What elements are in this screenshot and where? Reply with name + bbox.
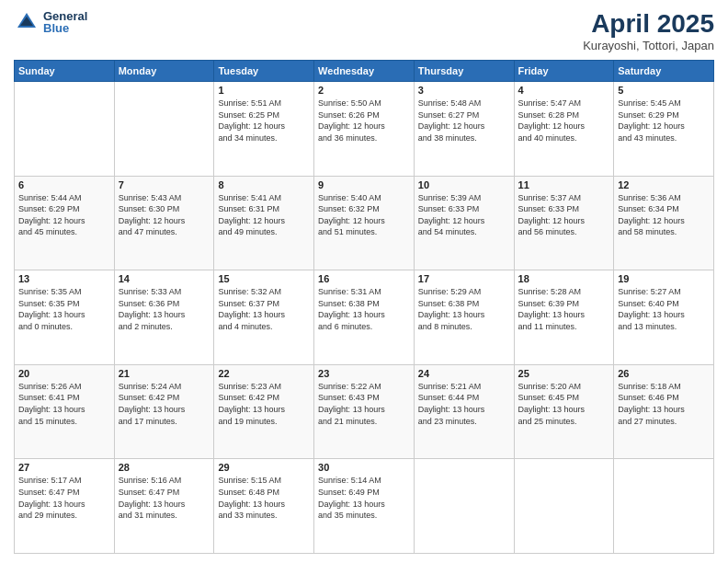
day-number: 14: [119, 273, 210, 284]
day-number: 19: [618, 273, 710, 284]
calendar-week-row: 6Sunrise: 5:44 AM Sunset: 6:29 PM Daylig…: [15, 176, 714, 270]
calendar-day-cell: [114, 82, 214, 177]
calendar-day-cell: 6Sunrise: 5:44 AM Sunset: 6:29 PM Daylig…: [15, 176, 115, 270]
day-number: 17: [418, 273, 510, 284]
calendar-day-cell: 7Sunrise: 5:43 AM Sunset: 6:30 PM Daylig…: [114, 176, 214, 270]
day-number: 28: [119, 462, 210, 473]
day-info: Sunrise: 5:35 AM Sunset: 6:35 PM Dayligh…: [18, 286, 110, 332]
calendar-day-cell: 2Sunrise: 5:50 AM Sunset: 6:26 PM Daylig…: [314, 82, 415, 177]
day-number: 2: [318, 85, 410, 96]
logo-text: General Blue: [43, 10, 87, 34]
day-info: Sunrise: 5:22 AM Sunset: 6:43 PM Dayligh…: [318, 381, 410, 427]
day-number: 29: [218, 462, 310, 473]
day-info: Sunrise: 5:45 AM Sunset: 6:29 PM Dayligh…: [618, 98, 710, 144]
calendar-day-cell: 4Sunrise: 5:47 AM Sunset: 6:28 PM Daylig…: [514, 82, 614, 177]
main-title: April 2025: [583, 9, 714, 39]
calendar-day-cell: 9Sunrise: 5:40 AM Sunset: 6:32 PM Daylig…: [314, 176, 415, 270]
calendar-table: SundayMondayTuesdayWednesdayThursdayFrid…: [14, 60, 714, 554]
day-number: 18: [518, 273, 610, 284]
day-info: Sunrise: 5:18 AM Sunset: 6:46 PM Dayligh…: [618, 381, 710, 427]
day-info: Sunrise: 5:29 AM Sunset: 6:38 PM Dayligh…: [418, 286, 510, 332]
calendar-day-cell: 18Sunrise: 5:28 AM Sunset: 6:39 PM Dayli…: [514, 270, 614, 365]
calendar-day-cell: 24Sunrise: 5:21 AM Sunset: 6:44 PM Dayli…: [414, 364, 514, 459]
day-info: Sunrise: 5:16 AM Sunset: 6:47 PM Dayligh…: [119, 475, 210, 521]
calendar-day-cell: 21Sunrise: 5:24 AM Sunset: 6:42 PM Dayli…: [114, 364, 214, 459]
day-number: 26: [618, 368, 710, 379]
day-number: 21: [119, 368, 210, 379]
calendar-day-cell: 5Sunrise: 5:45 AM Sunset: 6:29 PM Daylig…: [614, 82, 714, 177]
calendar-day-cell: 15Sunrise: 5:32 AM Sunset: 6:37 PM Dayli…: [214, 270, 314, 365]
calendar-header-row: SundayMondayTuesdayWednesdayThursdayFrid…: [15, 61, 714, 82]
calendar-day-cell: 30Sunrise: 5:14 AM Sunset: 6:49 PM Dayli…: [314, 459, 415, 554]
day-number: 10: [418, 179, 510, 190]
calendar-day-cell: 20Sunrise: 5:26 AM Sunset: 6:41 PM Dayli…: [15, 364, 115, 459]
day-number: 15: [218, 273, 310, 284]
header: General Blue April 2025 Kurayoshi, Totto…: [14, 9, 714, 52]
day-number: 13: [18, 273, 110, 284]
calendar-header-cell: Sunday: [15, 61, 115, 82]
day-info: Sunrise: 5:15 AM Sunset: 6:48 PM Dayligh…: [218, 475, 310, 521]
day-info: Sunrise: 5:23 AM Sunset: 6:42 PM Dayligh…: [218, 381, 310, 427]
calendar-week-row: 27Sunrise: 5:17 AM Sunset: 6:47 PM Dayli…: [15, 459, 714, 554]
day-number: 20: [18, 368, 110, 379]
day-info: Sunrise: 5:26 AM Sunset: 6:41 PM Dayligh…: [18, 381, 110, 427]
calendar-week-row: 20Sunrise: 5:26 AM Sunset: 6:41 PM Dayli…: [15, 364, 714, 459]
calendar-day-cell: 14Sunrise: 5:33 AM Sunset: 6:36 PM Dayli…: [114, 270, 214, 365]
calendar-day-cell: 28Sunrise: 5:16 AM Sunset: 6:47 PM Dayli…: [114, 459, 214, 554]
calendar-header-cell: Monday: [114, 61, 214, 82]
day-number: 23: [318, 368, 410, 379]
calendar-day-cell: 16Sunrise: 5:31 AM Sunset: 6:38 PM Dayli…: [314, 270, 415, 365]
calendar-week-row: 13Sunrise: 5:35 AM Sunset: 6:35 PM Dayli…: [15, 270, 714, 365]
calendar-week-row: 1Sunrise: 5:51 AM Sunset: 6:25 PM Daylig…: [15, 82, 714, 177]
day-info: Sunrise: 5:14 AM Sunset: 6:49 PM Dayligh…: [318, 475, 410, 521]
day-info: Sunrise: 5:44 AM Sunset: 6:29 PM Dayligh…: [18, 192, 110, 238]
day-info: Sunrise: 5:36 AM Sunset: 6:34 PM Dayligh…: [618, 192, 710, 238]
day-info: Sunrise: 5:32 AM Sunset: 6:37 PM Dayligh…: [218, 286, 310, 332]
day-info: Sunrise: 5:28 AM Sunset: 6:39 PM Dayligh…: [518, 286, 610, 332]
calendar-day-cell: 8Sunrise: 5:41 AM Sunset: 6:31 PM Daylig…: [214, 176, 314, 270]
title-block: April 2025 Kurayoshi, Tottori, Japan: [583, 9, 714, 52]
calendar-day-cell: 1Sunrise: 5:51 AM Sunset: 6:25 PM Daylig…: [214, 82, 314, 177]
calendar-day-cell: 11Sunrise: 5:37 AM Sunset: 6:33 PM Dayli…: [514, 176, 614, 270]
calendar-day-cell: [15, 82, 115, 177]
day-number: 24: [418, 368, 510, 379]
calendar-day-cell: 29Sunrise: 5:15 AM Sunset: 6:48 PM Dayli…: [214, 459, 314, 554]
day-info: Sunrise: 5:50 AM Sunset: 6:26 PM Dayligh…: [318, 98, 410, 144]
logo: General Blue: [14, 9, 87, 35]
subtitle: Kurayoshi, Tottori, Japan: [583, 39, 714, 52]
day-number: 30: [318, 462, 410, 473]
calendar-day-cell: 12Sunrise: 5:36 AM Sunset: 6:34 PM Dayli…: [614, 176, 714, 270]
day-info: Sunrise: 5:39 AM Sunset: 6:33 PM Dayligh…: [418, 192, 510, 238]
logo-icon: [14, 9, 40, 35]
day-info: Sunrise: 5:37 AM Sunset: 6:33 PM Dayligh…: [518, 192, 610, 238]
day-info: Sunrise: 5:27 AM Sunset: 6:40 PM Dayligh…: [618, 286, 710, 332]
day-number: 9: [318, 179, 410, 190]
day-info: Sunrise: 5:20 AM Sunset: 6:45 PM Dayligh…: [518, 381, 610, 427]
day-number: 16: [318, 273, 410, 284]
day-info: Sunrise: 5:40 AM Sunset: 6:32 PM Dayligh…: [318, 192, 410, 238]
day-number: 5: [618, 85, 710, 96]
calendar-day-cell: 13Sunrise: 5:35 AM Sunset: 6:35 PM Dayli…: [15, 270, 115, 365]
day-number: 3: [418, 85, 510, 96]
day-number: 25: [518, 368, 610, 379]
day-number: 6: [18, 179, 110, 190]
day-info: Sunrise: 5:41 AM Sunset: 6:31 PM Dayligh…: [218, 192, 310, 238]
calendar-day-cell: 23Sunrise: 5:22 AM Sunset: 6:43 PM Dayli…: [314, 364, 415, 459]
logo-blue: Blue: [43, 22, 87, 34]
day-number: 7: [119, 179, 210, 190]
calendar-day-cell: 25Sunrise: 5:20 AM Sunset: 6:45 PM Dayli…: [514, 364, 614, 459]
calendar-header-cell: Tuesday: [214, 61, 314, 82]
calendar-day-cell: 10Sunrise: 5:39 AM Sunset: 6:33 PM Dayli…: [414, 176, 514, 270]
day-number: 12: [618, 179, 710, 190]
calendar-day-cell: 22Sunrise: 5:23 AM Sunset: 6:42 PM Dayli…: [214, 364, 314, 459]
day-info: Sunrise: 5:31 AM Sunset: 6:38 PM Dayligh…: [318, 286, 410, 332]
calendar-header-cell: Saturday: [614, 61, 714, 82]
day-info: Sunrise: 5:48 AM Sunset: 6:27 PM Dayligh…: [418, 98, 510, 144]
day-info: Sunrise: 5:17 AM Sunset: 6:47 PM Dayligh…: [18, 475, 110, 521]
day-number: 22: [218, 368, 310, 379]
calendar-day-cell: [614, 459, 714, 554]
calendar-day-cell: 26Sunrise: 5:18 AM Sunset: 6:46 PM Dayli…: [614, 364, 714, 459]
calendar-header-cell: Wednesday: [314, 61, 415, 82]
day-number: 1: [218, 85, 310, 96]
day-info: Sunrise: 5:33 AM Sunset: 6:36 PM Dayligh…: [119, 286, 210, 332]
